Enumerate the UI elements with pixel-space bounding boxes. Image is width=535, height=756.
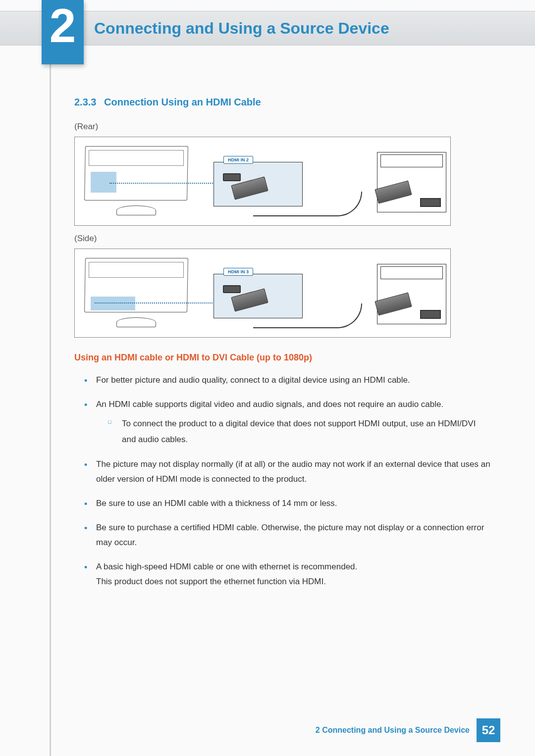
hdmi-port-side-label: HDMI IN 3 [223, 268, 253, 276]
list-item-text: For better picture and audio quality, co… [96, 375, 410, 385]
cable-icon [253, 303, 362, 328]
list-item: Be sure to use an HDMI cable with a thic… [84, 496, 490, 511]
sub-list: To connect the product to a digital devi… [96, 416, 490, 448]
diagram-side-caption: (Side) [74, 234, 490, 244]
diagram-rear: HDMI IN 2 [74, 137, 451, 226]
list-item: Be sure to purchase a certified HDMI cab… [84, 520, 490, 551]
source-device-icon [377, 152, 446, 212]
section-title: Connection Using an HDMI Cable [104, 97, 261, 107]
chapter-number: 2 [50, 2, 76, 50]
section-heading: 2.3.3 Connection Using an HDMI Cable [74, 97, 490, 108]
list-item: A basic high-speed HDMI cable or one wit… [84, 559, 490, 590]
chapter-title: Connecting and Using a Source Device [94, 19, 389, 38]
list-item: For better picture and audio quality, co… [84, 373, 490, 388]
list-item-text: An HDMI cable supports digital video and… [96, 400, 443, 409]
source-device-icon [377, 264, 446, 324]
list-item-text: Be sure to purchase a certified HDMI cab… [96, 523, 484, 548]
page-footer: 2 Connecting and Using a Source Device 5… [316, 718, 500, 742]
tv-side-icon [82, 258, 191, 327]
chapter-tab: 2 [42, 0, 84, 64]
list-item-text: Be sure to use an HDMI cable with a thic… [96, 499, 337, 508]
hdmi-port-rear-label: HDMI IN 2 [223, 156, 253, 164]
tv-rear-icon [82, 146, 191, 215]
list-item-text: A basic high-speed HDMI cable or one wit… [96, 562, 357, 587]
list-item: An HDMI cable supports digital video and… [84, 397, 490, 448]
section-number: 2.3.3 [74, 97, 96, 107]
bullet-list: For better picture and audio quality, co… [74, 373, 490, 590]
connection-dotted-line-icon [95, 302, 216, 303]
page-content: 2.3.3 Connection Using an HDMI Cable (Re… [74, 97, 490, 599]
diagram-side: HDMI IN 3 [74, 249, 451, 338]
diagram-rear-caption: (Rear) [74, 122, 490, 132]
side-stripe [50, 64, 51, 756]
cable-icon [253, 192, 362, 216]
list-item-text: The picture may not display normally (if… [96, 459, 490, 484]
page-number: 52 [477, 718, 500, 742]
footer-chapter-title: 2 Connecting and Using a Source Device [316, 726, 470, 735]
connection-dotted-line-icon [109, 183, 216, 184]
sub-list-item: To connect the product to a digital devi… [108, 416, 490, 448]
subsection-heading: Using an HDMI cable or HDMI to DVI Cable… [74, 353, 490, 363]
sub-list-item-text: To connect the product to a digital devi… [122, 419, 476, 444]
list-item: The picture may not display normally (if… [84, 457, 490, 487]
